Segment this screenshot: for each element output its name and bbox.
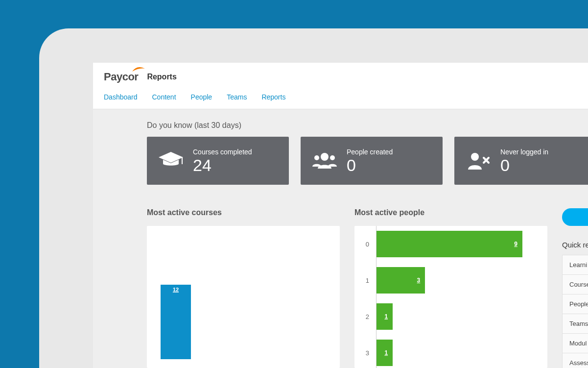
most-active-courses-panel: Most active courses 12 <box>147 208 340 368</box>
content-area: Do you know (last 30 days) Courses compl… <box>93 109 588 368</box>
graduation-cap-icon <box>158 151 184 171</box>
y-axis-label: 1 <box>363 277 369 284</box>
chart-row: 31 <box>363 335 539 368</box>
main-nav: Dashboard Content People Teams Reports <box>93 88 588 109</box>
chart-bar[interactable]: 1 <box>376 303 393 330</box>
quick-report-item[interactable]: Learni <box>562 255 588 275</box>
page-title: Reports <box>147 73 176 81</box>
card-label: Never logged in <box>500 148 548 156</box>
chart-bar[interactable]: 1 <box>376 340 393 366</box>
svg-rect-0 <box>182 157 183 164</box>
y-axis-label: 2 <box>363 313 369 320</box>
quick-report-item[interactable]: Assess <box>562 353 588 368</box>
card-label: People created <box>347 148 393 156</box>
section-label: Do you know (last 30 days) <box>147 121 588 130</box>
people-group-icon <box>311 151 338 171</box>
action-button[interactable] <box>562 208 588 226</box>
svg-point-2 <box>314 155 319 160</box>
quick-reports-title: Quick re <box>562 241 588 249</box>
device-frame: Paycor Reports Dashboard Content People … <box>39 28 588 368</box>
y-axis-label: 0 <box>363 241 369 248</box>
svg-point-4 <box>471 153 479 161</box>
nav-reports[interactable]: Reports <box>261 93 285 101</box>
card-never-logged-in[interactable]: Never logged in 0 <box>454 137 588 185</box>
paycor-logo: Paycor <box>104 71 138 83</box>
svg-point-1 <box>321 153 329 161</box>
chart-bar[interactable]: 12 <box>161 285 191 359</box>
y-axis-label: 3 <box>363 349 369 357</box>
header: Paycor Reports <box>93 63 588 88</box>
chart-row: 21 <box>363 298 539 335</box>
nav-dashboard[interactable]: Dashboard <box>104 93 138 101</box>
bar-value-label: 1 <box>384 313 388 320</box>
chart-bar[interactable]: 9 <box>376 231 522 257</box>
bar-value-label: 3 <box>417 277 421 284</box>
bar-value-label: 9 <box>514 241 517 247</box>
card-label: Courses completed <box>193 148 252 156</box>
logo-swoosh-icon <box>132 67 145 73</box>
side-column: Quick re Learni Course People Teams Modu… <box>562 208 588 368</box>
summary-cards: Courses completed 24 People created <box>147 137 588 185</box>
nav-teams[interactable]: Teams <box>227 93 247 101</box>
courses-chart: 12 <box>147 226 340 368</box>
panel-title: Most active people <box>354 208 547 217</box>
app-screen: Paycor Reports Dashboard Content People … <box>93 63 588 368</box>
quick-report-item[interactable]: People <box>562 294 588 314</box>
quick-reports-list: Learni Course People Teams Modul Assess <box>562 255 588 368</box>
panel-title: Most active courses <box>147 208 340 217</box>
card-value: 0 <box>500 157 548 173</box>
bar-value-label: 1 <box>384 349 388 356</box>
quick-report-item[interactable]: Course <box>562 275 588 294</box>
chart-bar[interactable]: 3 <box>376 267 425 294</box>
most-active-people-panel: Most active people 09132131 <box>354 208 547 368</box>
card-value: 0 <box>347 157 393 173</box>
card-courses-completed[interactable]: Courses completed 24 <box>147 137 289 185</box>
nav-content[interactable]: Content <box>152 93 176 101</box>
chart-row: 09 <box>363 226 539 262</box>
quick-report-item[interactable]: Teams <box>562 314 588 334</box>
person-x-icon <box>465 151 492 171</box>
nav-people[interactable]: People <box>191 93 212 101</box>
chart-row: 13 <box>363 262 539 298</box>
bar-value-label: 12 <box>161 285 191 293</box>
quick-report-item[interactable]: Modul <box>562 334 588 353</box>
panels-row: Most active courses 12 Most active peopl… <box>147 208 588 368</box>
card-people-created[interactable]: People created 0 <box>301 137 443 185</box>
svg-point-3 <box>330 155 335 160</box>
people-chart: 09132131 <box>354 226 547 368</box>
card-value: 24 <box>193 157 252 173</box>
